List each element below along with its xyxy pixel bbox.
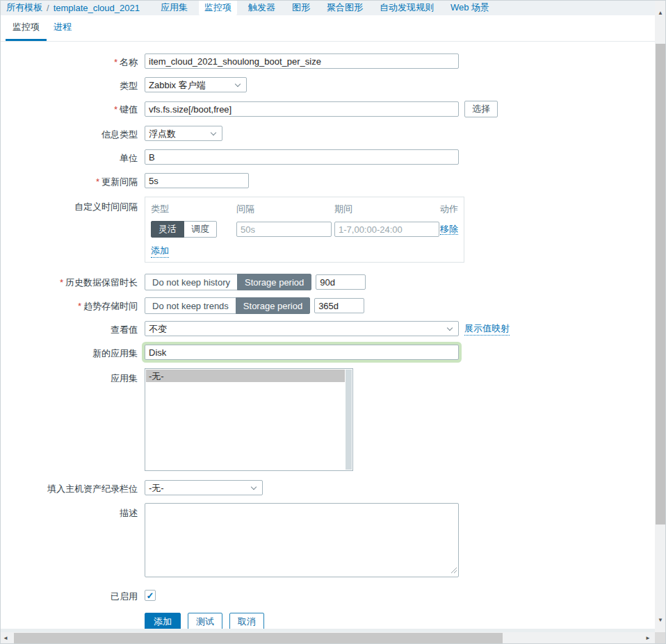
trends-toggle: Do not keep trends Storage period bbox=[145, 297, 310, 314]
history-toggle: Do not keep history Storage period bbox=[145, 274, 311, 290]
horizontal-scrollbar[interactable]: ◄ ► bbox=[0, 632, 655, 644]
cancel-button[interactable]: 取消 bbox=[229, 613, 264, 629]
add-button[interactable]: 添加 bbox=[145, 613, 181, 629]
horizontal-scrollbar-thumb[interactable] bbox=[14, 633, 503, 643]
type-select[interactable]: Zabbix 客户端 bbox=[145, 77, 247, 92]
type-label: 类型 bbox=[120, 81, 138, 91]
description-label: 描述 bbox=[120, 508, 138, 518]
history-storage-period-button[interactable]: Storage period bbox=[237, 274, 311, 290]
new-application-input[interactable] bbox=[145, 345, 459, 360]
trends-value-input[interactable] bbox=[314, 298, 364, 313]
scroll-right-icon[interactable]: ► bbox=[642, 632, 653, 644]
info-type-label: 信息类型 bbox=[101, 129, 138, 140]
remove-interval-link[interactable]: 移除 bbox=[440, 224, 458, 235]
enabled-checkbox[interactable]: ✓ bbox=[145, 590, 156, 601]
trends-label: 趋势存储时间 bbox=[83, 301, 138, 311]
custom-intervals-box: 类型 间隔 期间 动作 灵活 调度 移除 添加 bbox=[145, 197, 464, 263]
applications-option-none[interactable]: -无- bbox=[146, 370, 345, 382]
chevron-down-icon bbox=[211, 130, 216, 135]
info-type-select[interactable]: 浮点数 bbox=[145, 126, 222, 141]
vertical-scrollbar[interactable]: ▲ ▼ bbox=[655, 0, 666, 632]
custom-intervals-row: 自定义时间间隔 类型 间隔 期间 动作 灵活 调度 移除 添加 bbox=[0, 197, 655, 263]
applications-listbox[interactable]: -无- bbox=[145, 368, 353, 471]
custom-intervals-header: 类型 间隔 期间 动作 bbox=[151, 203, 458, 215]
required-marker: * bbox=[60, 277, 63, 288]
applications-label: 应用集 bbox=[111, 373, 138, 383]
breadcrumb-all-templates-link[interactable]: 所有模板 bbox=[6, 1, 42, 14]
nav-item-screens[interactable]: 聚合图形 bbox=[321, 0, 368, 15]
add-interval-link[interactable]: 添加 bbox=[151, 245, 169, 258]
type-row: 类型 Zabbix 客户端 bbox=[0, 77, 655, 92]
required-marker: * bbox=[114, 104, 117, 115]
scroll-left-icon[interactable]: ◄ bbox=[0, 632, 11, 644]
chevron-down-icon bbox=[447, 325, 453, 331]
footer-buttons-row: 添加 测试 取消 bbox=[0, 613, 655, 629]
key-row: *键值 选择 bbox=[0, 101, 655, 117]
listbox-scrollbar[interactable] bbox=[346, 370, 352, 470]
nav-item-applications[interactable]: 应用集 bbox=[155, 0, 193, 15]
breadcrumb-template-link[interactable]: template_cloud_2021 bbox=[54, 3, 140, 13]
col-interval-header: 间隔 bbox=[236, 203, 334, 215]
period-input[interactable] bbox=[334, 222, 439, 237]
chevron-down-icon bbox=[251, 484, 257, 490]
inventory-row: 填入主机资产纪录栏位 -无- bbox=[0, 480, 655, 495]
units-row: 单位 bbox=[0, 149, 655, 165]
test-button[interactable]: 测试 bbox=[188, 613, 222, 629]
history-value-input[interactable] bbox=[316, 274, 366, 290]
key-input[interactable] bbox=[145, 101, 459, 117]
scroll-down-icon[interactable]: ▼ bbox=[655, 614, 666, 625]
show-value-select-value: 不变 bbox=[149, 324, 167, 334]
item-form: *名称 类型 Zabbix 客户端 *键值 选择 信息类型 浮点数 单位 bbox=[0, 42, 655, 629]
custom-intervals-label: 自定义时间间隔 bbox=[74, 201, 138, 212]
tab-item[interactable]: 监控项 bbox=[6, 15, 47, 41]
top-nav: 所有模板 / template_cloud_2021 应用集 监控项 触发器 图… bbox=[0, 0, 655, 15]
description-textarea[interactable] bbox=[145, 503, 459, 577]
col-action-header: 动作 bbox=[440, 203, 458, 215]
update-interval-label: 更新间隔 bbox=[101, 176, 138, 187]
new-application-row: 新的应用集 bbox=[0, 345, 655, 360]
update-interval-input[interactable] bbox=[145, 173, 249, 188]
name-row: *名称 bbox=[0, 53, 655, 69]
show-value-label: 查看值 bbox=[111, 324, 138, 335]
required-marker: * bbox=[78, 301, 81, 311]
custom-interval-row: 灵活 调度 移除 bbox=[151, 221, 458, 238]
name-input[interactable] bbox=[145, 53, 459, 69]
col-type-header: 类型 bbox=[151, 203, 236, 215]
inventory-select[interactable]: -无- bbox=[145, 480, 263, 495]
history-off-button[interactable]: Do not keep history bbox=[145, 274, 238, 290]
scroll-up-icon[interactable]: ▲ bbox=[655, 7, 666, 18]
new-application-label: 新的应用集 bbox=[92, 348, 138, 358]
key-select-button[interactable]: 选择 bbox=[464, 101, 498, 117]
update-interval-row: *更新间隔 bbox=[0, 173, 655, 188]
type-select-value: Zabbix 客户端 bbox=[149, 80, 206, 90]
show-value-mappings-link[interactable]: 展示值映射 bbox=[464, 322, 510, 336]
applications-row: 应用集 -无- bbox=[0, 368, 655, 471]
history-row: *历史数据保留时长 Do not keep history Storage pe… bbox=[0, 274, 655, 290]
units-input[interactable] bbox=[145, 149, 459, 165]
name-label: 名称 bbox=[120, 57, 138, 67]
form-tab-bar: 监控项 进程 bbox=[0, 15, 655, 42]
flexible-toggle-button[interactable]: 灵活 bbox=[151, 221, 184, 238]
chevron-down-icon bbox=[235, 81, 241, 87]
vertical-scrollbar-thumb[interactable] bbox=[656, 44, 665, 525]
nav-item-web-scenarios[interactable]: Web 场景 bbox=[445, 0, 495, 15]
enabled-row: 已启用 ✓ bbox=[0, 590, 655, 603]
required-marker: * bbox=[114, 57, 117, 67]
nav-item-items[interactable]: 监控项 bbox=[199, 0, 237, 15]
inventory-select-value: -无- bbox=[149, 483, 164, 493]
trends-storage-period-button[interactable]: Storage period bbox=[236, 297, 310, 314]
breadcrumb-separator: / bbox=[47, 3, 49, 13]
nav-item-discovery-rules[interactable]: 自动发现规则 bbox=[374, 0, 439, 15]
key-label: 键值 bbox=[120, 104, 138, 115]
info-type-select-value: 浮点数 bbox=[149, 129, 176, 139]
inventory-label: 填入主机资产纪录栏位 bbox=[47, 484, 138, 494]
trends-off-button[interactable]: Do not keep trends bbox=[145, 297, 236, 314]
interval-input[interactable] bbox=[236, 222, 332, 237]
nav-item-triggers[interactable]: 触发器 bbox=[243, 0, 281, 15]
scrollbar-corner bbox=[655, 632, 666, 644]
nav-item-graphs[interactable]: 图形 bbox=[286, 0, 316, 15]
template-nav-menu: 应用集 监控项 触发器 图形 聚合图形 自动发现规则 Web 场景 bbox=[155, 0, 501, 15]
show-value-select[interactable]: 不变 bbox=[145, 321, 459, 336]
tab-preprocessing[interactable]: 进程 bbox=[47, 15, 79, 41]
scheduling-toggle-button[interactable]: 调度 bbox=[184, 221, 217, 238]
